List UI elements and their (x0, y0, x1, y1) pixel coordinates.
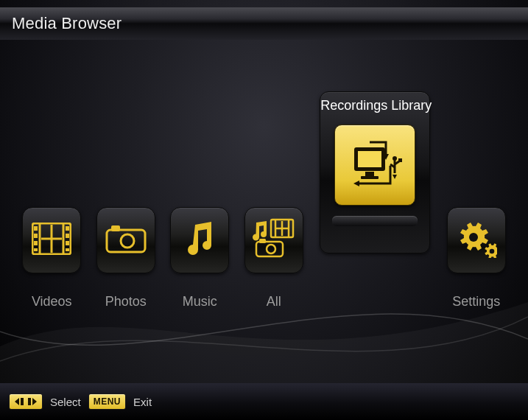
svg-rect-26 (365, 172, 374, 176)
svg-rect-32 (398, 158, 402, 162)
svg-point-35 (489, 249, 494, 254)
svg-rect-21 (256, 242, 283, 256)
svg-rect-27 (361, 176, 379, 179)
footer-select-label: Select (50, 396, 81, 408)
tile-photos-label: Photos (105, 294, 147, 309)
footer-bar: Select MENU Exit (0, 383, 528, 420)
tile-videos-box (22, 207, 81, 273)
tile-videos[interactable]: Videos (16, 207, 87, 309)
svg-rect-6 (34, 248, 38, 251)
tile-music-box (170, 207, 229, 273)
page-title: Media Browser (12, 14, 122, 33)
svg-rect-37 (21, 398, 24, 405)
svg-rect-9 (66, 241, 69, 245)
tile-settings[interactable]: Settings (441, 207, 512, 309)
tile-recordings-label: Recordings Library (320, 98, 429, 113)
svg-marker-33 (393, 175, 397, 179)
music-note-icon (183, 220, 216, 260)
svg-rect-25 (358, 151, 381, 167)
svg-rect-7 (66, 226, 69, 231)
tile-recordings[interactable]: Recordings Library (312, 91, 437, 253)
tile-settings-box (447, 207, 506, 273)
tile-recordings-box: Recordings Library (320, 91, 430, 253)
tile-all-label: All (267, 294, 281, 309)
svg-point-34 (469, 233, 478, 242)
tile-recordings-inner (334, 125, 415, 206)
gears-icon (456, 220, 497, 261)
tile-settings-label: Settings (452, 294, 500, 309)
svg-point-15 (121, 234, 134, 248)
tiles-row: Videos Photos Music (0, 147, 528, 309)
tile-photos[interactable]: Photos (91, 207, 161, 309)
svg-rect-10 (66, 248, 69, 251)
film-icon (32, 223, 71, 258)
tile-recordings-shelf (332, 216, 418, 226)
tile-music[interactable]: Music (164, 207, 235, 309)
svg-point-23 (267, 245, 275, 253)
svg-rect-14 (111, 225, 120, 231)
svg-rect-5 (34, 241, 38, 245)
tile-videos-label: Videos (32, 294, 72, 309)
svg-marker-29 (353, 181, 359, 186)
footer-exit-label: Exit (133, 396, 152, 408)
all-media-icon (252, 218, 296, 262)
menu-key-icon: MENU (88, 393, 126, 410)
tile-all[interactable]: All (239, 207, 309, 309)
camera-icon (105, 224, 147, 256)
svg-marker-38 (32, 398, 37, 405)
nav-arrows-key-icon (9, 393, 43, 410)
svg-rect-8 (66, 234, 69, 238)
svg-rect-22 (259, 239, 266, 243)
tile-all-box (244, 207, 303, 273)
svg-rect-4 (34, 234, 38, 238)
svg-rect-39 (28, 398, 31, 405)
recordings-icon (343, 132, 406, 198)
tile-photos-box (96, 207, 155, 273)
svg-rect-3 (34, 226, 38, 231)
svg-marker-36 (15, 398, 19, 405)
tile-music-label: Music (183, 294, 217, 309)
header-bar: Media Browser (0, 7, 528, 40)
svg-rect-13 (107, 230, 145, 252)
